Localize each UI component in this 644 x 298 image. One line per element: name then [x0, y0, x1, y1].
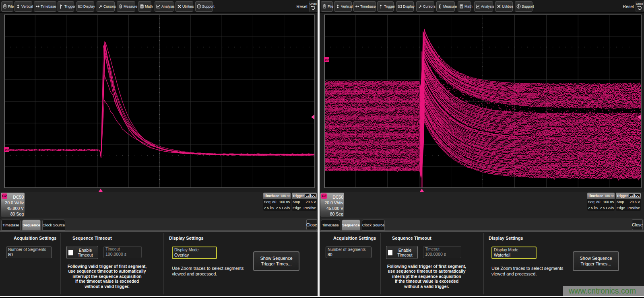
svg-text:C2: C2	[5, 148, 9, 152]
svg-text:C2: C2	[325, 58, 329, 62]
